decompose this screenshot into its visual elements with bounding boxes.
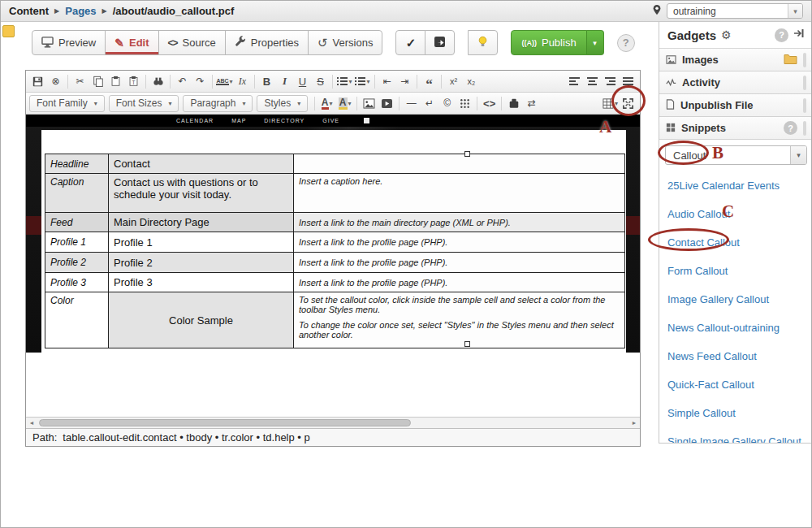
outdent-icon[interactable]: ⇤ — [378, 73, 395, 90]
align-center-icon[interactable] — [584, 73, 601, 90]
paste-as-text-icon[interactable]: T — [125, 73, 142, 90]
paragraph-select[interactable]: Paragraph▾ — [183, 95, 253, 112]
row-help-cell[interactable]: To set the callout color, click inside t… — [294, 292, 625, 348]
text-color-icon[interactable]: A▾ — [318, 95, 335, 112]
scroll-right-button[interactable]: ► — [628, 418, 640, 428]
copyright-icon[interactable]: © — [438, 95, 456, 112]
align-right-icon[interactable] — [602, 73, 619, 90]
row-help-cell[interactable]: Insert a link to the profile page (PHP). — [294, 232, 625, 253]
gadgets-help-button[interactable]: ? — [775, 28, 788, 42]
selection-handle-bottom[interactable] — [464, 341, 470, 347]
color-sample-cell[interactable]: Color Sample — [109, 292, 294, 348]
bullet-list-icon[interactable]: ▾ — [336, 73, 353, 90]
save-icon[interactable] — [29, 73, 46, 90]
editing-canvas[interactable]: CALENDAR MAP DIRECTORY GIVE Headline Con… — [26, 115, 640, 417]
insert-media-icon[interactable] — [378, 95, 395, 112]
row-value-cell[interactable]: Profile 1 — [109, 232, 294, 253]
undo-icon[interactable]: ↶ — [174, 73, 191, 90]
align-left-icon[interactable] — [566, 73, 583, 90]
breadcrumb-pages-link[interactable]: Pages — [65, 5, 96, 17]
snippet-link-25live-calendar-events[interactable]: 25Live Calendar Events — [667, 180, 780, 192]
indent-icon[interactable]: ⇥ — [396, 73, 413, 90]
superscript-icon[interactable]: x² — [445, 73, 462, 90]
insert-snippet-icon[interactable] — [505, 95, 522, 112]
strikethrough-icon[interactable]: S — [312, 73, 329, 90]
row-help-cell[interactable]: Insert a caption here. — [294, 174, 625, 213]
preview-button[interactable]: Preview — [32, 30, 106, 55]
row-value-cell[interactable]: Main Directory Page — [109, 213, 294, 232]
row-value-cell[interactable]: Contact us with questions or to schedule… — [109, 174, 294, 213]
edit-button[interactable]: ✎ Edit — [105, 30, 158, 55]
italic-icon[interactable]: I — [276, 73, 293, 90]
versions-button[interactable]: ↺ Versions — [308, 30, 382, 55]
subscript-icon[interactable]: x₂ — [463, 73, 480, 90]
sticky-note-tab[interactable] — [2, 25, 15, 37]
font-family-select[interactable]: Font Family▾ — [29, 95, 105, 112]
paste-icon[interactable] — [107, 73, 124, 90]
snippet-category-select[interactable]: Callout ▾ — [665, 145, 807, 165]
spellcheck-icon[interactable]: ABC▾ — [216, 73, 233, 90]
row-label-cell[interactable]: Caption — [45, 174, 109, 213]
snippet-link-single-image-gallery-callout[interactable]: Single Image Gallery Callout — [667, 435, 801, 444]
row-help-cell[interactable] — [294, 154, 625, 174]
snippets-help-button[interactable]: ? — [784, 121, 797, 135]
properties-button[interactable]: Properties — [225, 30, 309, 55]
snippet-link-audio-callout[interactable]: Audio Callout — [667, 208, 730, 220]
publish-menu-caret[interactable]: ▾ — [586, 30, 604, 55]
gadget-section-images[interactable]: Images — [659, 49, 812, 71]
snippet-link-contact-callout[interactable]: Contact Callout — [667, 236, 740, 249]
source-code-icon[interactable]: <> — [481, 95, 498, 112]
editable-region[interactable]: Headline Contact Caption Contact us with… — [41, 130, 626, 353]
collapse-sidebar-icon[interactable] — [793, 28, 805, 42]
styles-select[interactable]: Styles▾ — [257, 95, 308, 112]
row-help-cell[interactable]: Insert a link to the main directory page… — [294, 213, 625, 232]
scroll-left-button[interactable]: ◄ — [26, 418, 37, 428]
save-button[interactable]: ✓ — [395, 30, 425, 55]
snippet-link-image-gallery-callout[interactable]: Image Gallery Callout — [667, 293, 769, 305]
copy-icon[interactable] — [89, 73, 106, 90]
callout-edit-table[interactable]: Headline Contact Caption Contact us with… — [45, 154, 625, 348]
insert-asset-icon[interactable]: ⇄ — [523, 95, 540, 112]
row-value-cell[interactable]: Profile 3 — [109, 273, 294, 292]
insert-image-icon[interactable] — [361, 95, 378, 112]
align-justify-icon[interactable] — [620, 73, 637, 90]
row-label-cell[interactable]: Profile 1 — [45, 232, 109, 253]
save-and-exit-button[interactable] — [425, 30, 455, 55]
gadget-section-snippets[interactable]: Snippets ? — [659, 117, 812, 140]
background-color-icon[interactable]: A▾ — [336, 95, 353, 112]
redo-icon[interactable]: ↷ — [192, 73, 209, 90]
horizontal-rule-icon[interactable]: — — [403, 95, 420, 112]
snippet-link-form-callout[interactable]: Form Callout — [667, 265, 728, 277]
row-label-cell[interactable]: Color — [45, 292, 109, 348]
source-button[interactable]: <> Source — [158, 30, 226, 55]
help-button[interactable]: ? — [617, 34, 635, 52]
special-character-icon[interactable] — [456, 95, 473, 112]
row-value-cell[interactable]: Profile 2 — [109, 253, 294, 273]
fullscreen-icon[interactable] — [620, 95, 637, 112]
snippet-link-quick-fact-callout[interactable]: Quick-Fact Callout — [667, 379, 754, 391]
row-help-cell[interactable]: Insert a link to the profile page (PHP). — [294, 273, 625, 292]
scrollbar-thumb[interactable] — [39, 419, 411, 426]
gear-icon[interactable]: ⚙ — [721, 28, 732, 41]
gadget-section-activity[interactable]: Activity — [659, 71, 812, 94]
bold-icon[interactable]: B — [258, 73, 275, 90]
blockquote-icon[interactable]: “ — [421, 73, 438, 90]
row-label-cell[interactable]: Headline — [45, 154, 109, 174]
table-icon[interactable]: ▾ — [602, 95, 619, 112]
page-check-button[interactable] — [468, 30, 498, 55]
row-label-cell[interactable]: Profile 2 — [45, 253, 109, 273]
font-sizes-select[interactable]: Font Sizes▾ — [109, 95, 179, 112]
row-label-cell[interactable]: Profile 3 — [45, 273, 109, 292]
row-help-cell[interactable]: Insert a link to the profile page (PHP). — [294, 253, 625, 273]
row-value-cell[interactable]: Contact — [109, 154, 294, 174]
snippet-link-simple-callout[interactable]: Simple Callout — [667, 407, 736, 419]
editor-horizontal-scrollbar[interactable]: ◄ ► — [26, 417, 640, 428]
gadget-section-unpublish[interactable]: Unpublish File — [659, 94, 812, 117]
snippet-link-news-callout-outraining[interactable]: News Callout-outraining — [667, 322, 780, 334]
find-replace-icon[interactable] — [149, 73, 166, 90]
site-selector[interactable]: outraining ▾ — [667, 3, 803, 19]
cancel-icon[interactable]: ⊗ — [47, 73, 64, 90]
selection-handle-top[interactable] — [464, 151, 470, 157]
cut-icon[interactable]: ✂ — [71, 73, 89, 90]
row-label-cell[interactable]: Feed — [45, 213, 109, 232]
